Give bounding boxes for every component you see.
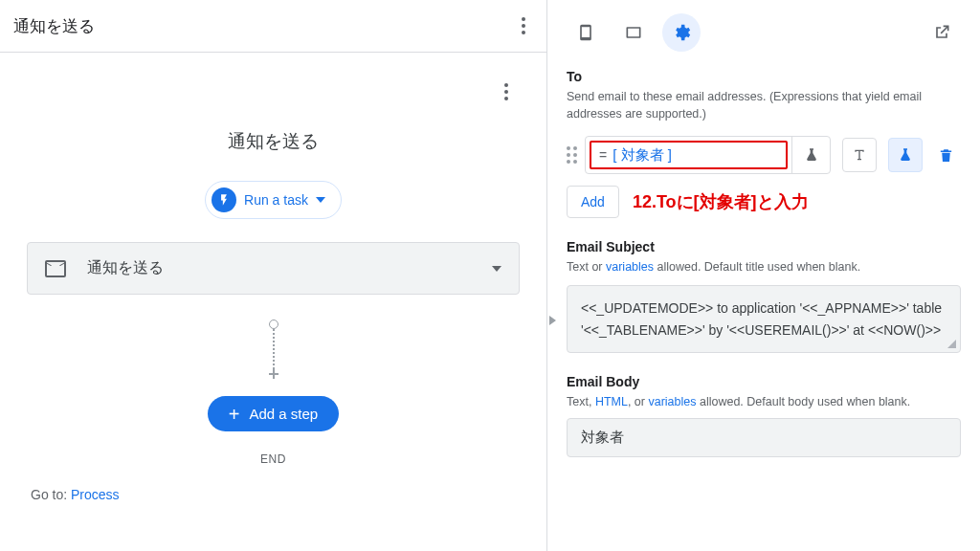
right-panel: To Send email to these email addresses. … — [547, 0, 980, 551]
open-external-icon[interactable] — [923, 13, 961, 52]
plus-icon: + — [229, 408, 240, 421]
expression-mode-button[interactable] — [888, 138, 923, 172]
to-value: [ 対象者 ] — [612, 146, 672, 165]
left-panel: 通知を送る 通知を送る Run a task 通知を送る + Add a ste… — [0, 0, 547, 551]
chevron-down-icon — [316, 197, 325, 203]
text-mode-button[interactable] — [842, 138, 877, 172]
more-menu-icon[interactable] — [514, 10, 533, 42]
to-label: To — [567, 69, 961, 84]
task-name: 通知を送る — [87, 258, 164, 278]
tab-settings-icon[interactable] — [662, 13, 701, 52]
annotation-text: 12.Toに[対象者]と入力 — [633, 190, 809, 213]
step-more-icon[interactable] — [497, 76, 516, 108]
goto-link-row: Go to: Process — [27, 487, 520, 502]
to-section: To Send email to these email addresses. … — [567, 69, 961, 218]
subject-help: Text or variables allowed. Default title… — [567, 258, 961, 276]
to-help: Send email to these email addresses. (Ex… — [567, 88, 961, 122]
right-tabs — [567, 8, 961, 63]
add-step-label: Add a step — [249, 406, 318, 422]
expand-panel-icon[interactable] — [549, 316, 556, 325]
variables-link-2[interactable]: variables — [648, 395, 696, 408]
subject-value: <<_UPDATEMODE>> to application '<<_APPNA… — [581, 300, 942, 337]
variables-link[interactable]: variables — [606, 260, 654, 274]
flow-connector — [269, 320, 278, 379]
step-title: 通知を送る — [228, 129, 319, 154]
resize-handle-icon[interactable] — [947, 340, 956, 348]
process-title: 通知を送る — [13, 15, 95, 37]
mail-icon — [45, 260, 66, 277]
to-expression-field[interactable]: = [ 対象者 ] — [585, 136, 831, 174]
delete-icon[interactable] — [930, 147, 961, 164]
add-button[interactable]: Add — [567, 186, 619, 218]
run-task-button[interactable]: Run a task — [205, 181, 342, 219]
chevron-down-icon — [492, 266, 501, 272]
flow-canvas: 通知を送る Run a task 通知を送る + Add a step END … — [0, 53, 546, 551]
task-select[interactable]: 通知を送る — [27, 242, 520, 295]
tab-tablet-icon[interactable] — [614, 13, 653, 52]
drag-handle-icon[interactable] — [567, 146, 577, 164]
subject-input[interactable]: <<_UPDATEMODE>> to application '<<_APPNA… — [567, 285, 961, 353]
body-value: 対象者 — [581, 429, 624, 445]
body-help: Text, HTML, or variables allowed. Defaul… — [567, 393, 961, 410]
html-link[interactable]: HTML — [595, 395, 628, 408]
tab-mobile-icon[interactable] — [567, 13, 605, 52]
body-label: Email Body — [567, 374, 961, 389]
body-input[interactable]: 対象者 — [567, 418, 961, 457]
equals-prefix: = — [599, 147, 607, 163]
goto-prefix: Go to: — [31, 487, 71, 502]
end-label: END — [260, 452, 286, 466]
subject-label: Email Subject — [567, 239, 961, 254]
to-expression-row: = [ 対象者 ] — [567, 136, 961, 174]
flask-icon[interactable] — [791, 137, 830, 173]
run-task-label: Run a task — [244, 192, 308, 208]
goto-process-link[interactable]: Process — [71, 487, 120, 502]
left-header: 通知を送る — [0, 0, 546, 53]
bolt-icon — [212, 187, 236, 212]
subject-section: Email Subject Text or variables allowed.… — [567, 239, 961, 353]
body-section: Email Body Text, HTML, or variables allo… — [567, 374, 961, 457]
add-step-button[interactable]: + Add a step — [208, 396, 339, 431]
